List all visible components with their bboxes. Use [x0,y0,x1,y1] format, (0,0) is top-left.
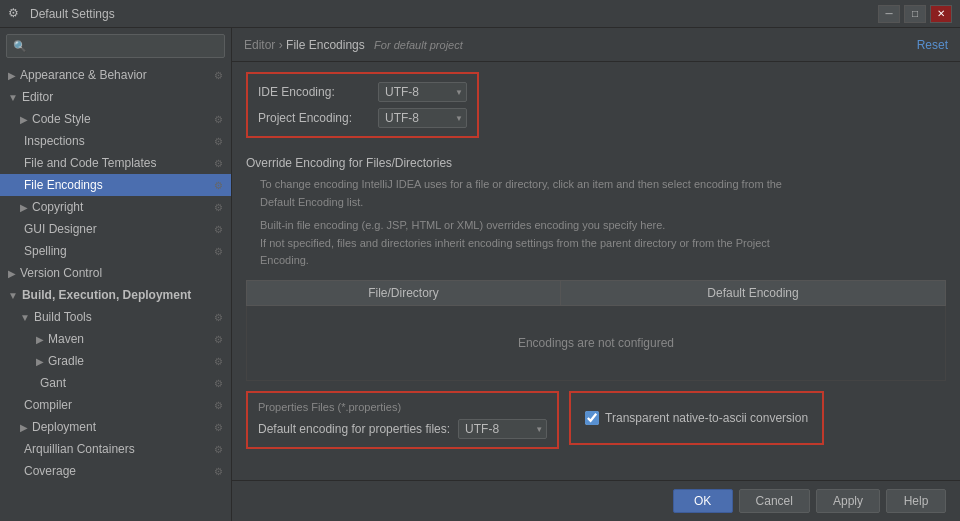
properties-encoding-select-wrapper: UTF-8 UTF-16 ISO-8859-1 [458,419,547,439]
settings-icon: ⚙ [214,158,223,169]
close-button[interactable]: ✕ [930,5,952,23]
sidebar-item-gui-designer[interactable]: GUI Designer ⚙ [0,218,231,240]
sidebar-item-coverage[interactable]: Coverage ⚙ [0,460,231,482]
cancel-button[interactable]: Cancel [739,489,810,513]
table-empty-msg: Encodings are not configured [247,305,946,380]
minimize-button[interactable]: ─ [878,5,900,23]
properties-title: Properties Files (*.properties) [258,401,547,413]
project-encoding-select[interactable]: UTF-8 UTF-16 ISO-8859-1 [378,108,467,128]
breadcrumb-editor: Editor [244,38,275,52]
builtin-text1: Built-in file encoding (e.g. JSP, HTML o… [260,217,946,235]
breadcrumb-separator: › [279,38,286,52]
override-section: Override Encoding for Files/Directories … [246,156,946,270]
sidebar-item-label: File Encodings [24,178,103,192]
settings-icon: ⚙ [214,444,223,455]
breadcrumb-page: File Encodings [286,38,365,52]
properties-row: Default encoding for properties files: U… [258,419,547,439]
settings-icon: ⚙ [214,246,223,257]
sidebar-item-spelling[interactable]: Spelling ⚙ [0,240,231,262]
sidebar-item-label: Build, Execution, Deployment [22,288,191,302]
conversion-box: Transparent native-to-ascii conversion [569,391,824,445]
apply-button[interactable]: Apply [816,489,880,513]
builtin-text2: If not specified, files and directories … [260,235,946,253]
sidebar-item-inspections[interactable]: Inspections ⚙ [0,130,231,152]
sidebar-item-gradle[interactable]: ▶ Gradle ⚙ [0,350,231,372]
sidebar-item-maven[interactable]: ▶ Maven ⚙ [0,328,231,350]
sidebar-item-label: Build Tools [34,310,92,324]
sidebar-item-file-encodings[interactable]: File Encodings ⚙ [0,174,231,196]
sidebar-item-copyright[interactable]: ▶ Copyright ⚙ [0,196,231,218]
sidebar-item-build-execution[interactable]: ▼ Build, Execution, Deployment [0,284,231,306]
table-col-encoding: Default Encoding [561,280,946,305]
properties-encoding-select[interactable]: UTF-8 UTF-16 ISO-8859-1 [458,419,547,439]
table-col-file: File/Directory [247,280,561,305]
arrow-icon: ▶ [20,422,28,433]
project-tag: For default project [374,39,463,51]
ok-button[interactable]: OK [673,489,733,513]
ide-encoding-select-wrapper: UTF-8 UTF-16 ISO-8859-1 [378,82,467,102]
sidebar-item-file-code-templates[interactable]: File and Code Templates ⚙ [0,152,231,174]
app-icon: ⚙ [8,6,24,22]
sidebar-item-label: Compiler [24,398,72,412]
sidebar-item-label: File and Code Templates [24,156,157,170]
settings-icon: ⚙ [214,180,223,191]
sidebar-item-appearance[interactable]: ▶ Appearance & Behavior ⚙ [0,64,231,86]
arrow-icon: ▶ [20,202,28,213]
ide-encoding-label: IDE Encoding: [258,85,378,99]
arrow-icon: ▶ [20,114,28,125]
encoding-table: File/Directory Default Encoding Encoding… [246,280,946,381]
arrow-icon: ▶ [36,356,44,367]
settings-icon: ⚙ [214,378,223,389]
search-box[interactable]: 🔍 [6,34,225,58]
ide-encoding-select[interactable]: UTF-8 UTF-16 ISO-8859-1 [378,82,467,102]
project-encoding-row: Project Encoding: UTF-8 UTF-16 ISO-8859-… [258,108,467,128]
ide-encoding-row: IDE Encoding: UTF-8 UTF-16 ISO-8859-1 [258,82,467,102]
sidebar-item-arquillian[interactable]: Arquillian Containers ⚙ [0,438,231,460]
content-area: Editor › File Encodings For default proj… [232,28,960,521]
sidebar-item-label: Version Control [20,266,102,280]
sidebar-item-label: Gant [40,376,66,390]
window-title: Default Settings [30,7,878,21]
sidebar-item-deployment[interactable]: ▶ Deployment ⚙ [0,416,231,438]
sidebar-item-label: Inspections [24,134,85,148]
sidebar-item-label: Deployment [32,420,96,434]
reset-button[interactable]: Reset [917,38,948,52]
arrow-icon: ▶ [8,268,16,279]
sidebar-item-code-style[interactable]: ▶ Code Style ⚙ [0,108,231,130]
settings-icon: ⚙ [214,466,223,477]
settings-icon: ⚙ [214,224,223,235]
properties-encoding-label: Default encoding for properties files: [258,422,450,436]
help-button[interactable]: Help [886,489,946,513]
arrow-icon: ▼ [8,290,18,301]
builtin-text3: Encoding. [260,252,946,270]
sidebar-item-gant[interactable]: Gant ⚙ [0,372,231,394]
bottom-bar: OK Cancel Apply Help [232,480,960,521]
main-container: 🔍 ▶ Appearance & Behavior ⚙ ▼ Editor ▶ C… [0,28,960,521]
arrow-icon: ▼ [20,312,30,323]
sidebar-item-build-tools[interactable]: ▼ Build Tools ⚙ [0,306,231,328]
sidebar-item-label: Copyright [32,200,83,214]
sidebar-item-editor[interactable]: ▼ Editor [0,86,231,108]
settings-icon: ⚙ [214,136,223,147]
sidebar-item-label: Code Style [32,112,91,126]
override-text2: Default Encoding list. [260,194,946,212]
content-body: IDE Encoding: UTF-8 UTF-16 ISO-8859-1 Pr… [232,62,960,480]
sidebar-item-label: Gradle [48,354,84,368]
project-encoding-label: Project Encoding: [258,111,378,125]
sidebar-item-label: Coverage [24,464,76,478]
sidebar-item-label: Arquillian Containers [24,442,135,456]
conversion-checkbox[interactable] [585,411,599,425]
encoding-settings-box: IDE Encoding: UTF-8 UTF-16 ISO-8859-1 Pr… [246,72,479,138]
sidebar-item-label: Appearance & Behavior [20,68,147,82]
maximize-button[interactable]: □ [904,5,926,23]
search-input[interactable] [31,39,218,53]
sidebar-item-compiler[interactable]: Compiler ⚙ [0,394,231,416]
arrow-icon: ▼ [8,92,18,103]
settings-icon: ⚙ [214,334,223,345]
properties-section: Properties Files (*.properties) Default … [246,391,946,449]
arrow-icon: ▶ [36,334,44,345]
settings-icon: ⚙ [214,202,223,213]
override-text1: To change encoding IntelliJ IDEA uses fo… [260,176,946,194]
sidebar-item-version-control[interactable]: ▶ Version Control [0,262,231,284]
breadcrumb: Editor › File Encodings For default proj… [244,38,463,52]
